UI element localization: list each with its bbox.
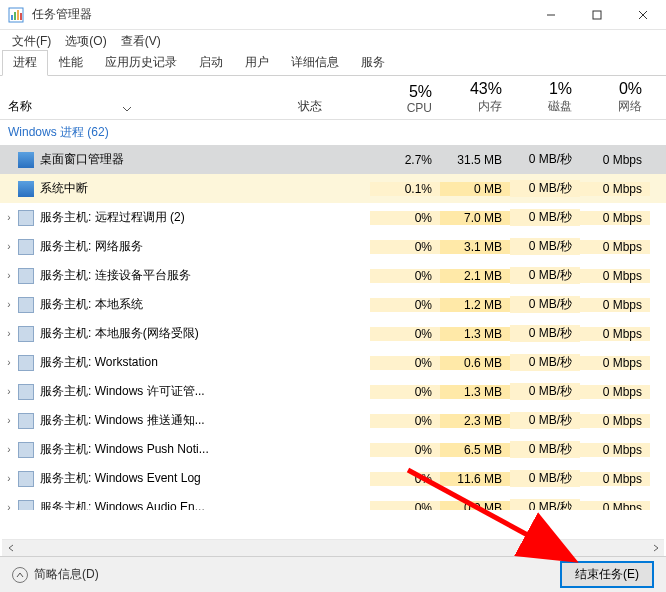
process-disk: 0 MB/秒 (510, 383, 580, 400)
window-title: 任务管理器 (32, 6, 528, 23)
process-icon (18, 181, 34, 197)
process-cpu: 0% (370, 443, 440, 457)
process-row[interactable]: ›服务主机: 连接设备平台服务0%2.1 MB0 MB/秒0 Mbps (0, 261, 666, 290)
sort-indicator-icon (122, 101, 132, 115)
disk-label: 磁盘 (518, 98, 572, 115)
memory-total: 43% (448, 80, 502, 98)
process-disk: 0 MB/秒 (510, 151, 580, 168)
process-memory: 1.3 MB (440, 385, 510, 399)
process-row[interactable]: 系统中断0.1%0 MB0 MB/秒0 Mbps (0, 174, 666, 203)
column-name-label: 名称 (8, 98, 32, 115)
column-status[interactable]: 状态 (290, 94, 370, 119)
process-memory: 2.1 MB (440, 269, 510, 283)
process-name: 服务主机: Windows 许可证管... (40, 383, 290, 400)
tab-startup[interactable]: 启动 (188, 50, 234, 75)
expand-toggle[interactable]: › (0, 386, 18, 397)
process-disk: 0 MB/秒 (510, 209, 580, 226)
scroll-track[interactable] (19, 540, 647, 557)
expand-toggle[interactable]: › (0, 502, 18, 510)
column-memory[interactable]: 43% 内存 (440, 76, 510, 119)
process-memory: 11.6 MB (440, 472, 510, 486)
process-memory: 2.3 MB (440, 414, 510, 428)
column-cpu[interactable]: 5% CPU (370, 79, 440, 119)
footer: 简略信息(D) 结束任务(E) (0, 556, 666, 592)
cpu-total: 5% (378, 83, 432, 101)
chevron-up-icon (12, 567, 28, 583)
process-row[interactable]: ›服务主机: 本地服务(网络受限)0%1.3 MB0 MB/秒0 Mbps (0, 319, 666, 348)
titlebar: 任务管理器 (0, 0, 666, 30)
process-row[interactable]: ›服务主机: Windows 推送通知...0%2.3 MB0 MB/秒0 Mb… (0, 406, 666, 435)
horizontal-scrollbar[interactable] (2, 539, 664, 556)
process-memory: 6.5 MB (440, 443, 510, 457)
process-name: 服务主机: Workstation (40, 354, 290, 371)
column-disk[interactable]: 1% 磁盘 (510, 76, 580, 119)
close-icon (638, 10, 648, 20)
process-network: 0 Mbps (580, 240, 650, 254)
process-row[interactable]: ›服务主机: 远程过程调用 (2)0%7.0 MB0 MB/秒0 Mbps (0, 203, 666, 232)
process-row[interactable]: ›服务主机: Windows Event Log0%11.6 MB0 MB/秒0… (0, 464, 666, 493)
process-row[interactable]: ›服务主机: 网络服务0%3.1 MB0 MB/秒0 Mbps (0, 232, 666, 261)
tab-app-history[interactable]: 应用历史记录 (94, 50, 188, 75)
tab-services[interactable]: 服务 (350, 50, 396, 75)
process-memory: 0.6 MB (440, 356, 510, 370)
menu-view[interactable]: 查看(V) (115, 31, 167, 52)
process-name: 服务主机: Windows Push Noti... (40, 441, 290, 458)
gear-icon (18, 413, 34, 429)
tab-processes[interactable]: 进程 (2, 50, 48, 76)
expand-toggle[interactable]: › (0, 357, 18, 368)
menubar: 文件(F) 选项(O) 查看(V) (0, 30, 666, 52)
gear-icon (18, 239, 34, 255)
process-memory: 0.9 MB (440, 501, 510, 511)
gear-icon (18, 355, 34, 371)
column-name[interactable]: 名称 (0, 94, 290, 119)
expand-toggle[interactable]: › (0, 473, 18, 484)
menu-options[interactable]: 选项(O) (59, 31, 112, 52)
fewer-details-label: 简略信息(D) (34, 566, 99, 583)
process-network: 0 Mbps (580, 385, 650, 399)
process-network: 0 Mbps (580, 356, 650, 370)
tab-users[interactable]: 用户 (234, 50, 280, 75)
process-name: 服务主机: 本地服务(网络受限) (40, 325, 290, 342)
process-memory: 1.2 MB (440, 298, 510, 312)
process-cpu: 0% (370, 472, 440, 486)
process-row[interactable]: ›服务主机: Windows 许可证管...0%1.3 MB0 MB/秒0 Mb… (0, 377, 666, 406)
menu-file[interactable]: 文件(F) (6, 31, 57, 52)
expand-toggle[interactable]: › (0, 444, 18, 455)
column-network[interactable]: 0% 网络 (580, 76, 650, 119)
process-list[interactable]: Windows 进程 (62) 桌面窗口管理器2.7%31.5 MB0 MB/秒… (0, 120, 666, 510)
process-cpu: 0% (370, 414, 440, 428)
tab-details[interactable]: 详细信息 (280, 50, 350, 75)
network-label: 网络 (588, 98, 642, 115)
gear-icon (18, 210, 34, 226)
process-network: 0 Mbps (580, 153, 650, 167)
process-memory: 7.0 MB (440, 211, 510, 225)
gear-icon (18, 442, 34, 458)
fewer-details-button[interactable]: 简略信息(D) (12, 566, 99, 583)
process-row[interactable]: ›服务主机: Workstation0%0.6 MB0 MB/秒0 Mbps (0, 348, 666, 377)
expand-toggle[interactable]: › (0, 299, 18, 310)
process-row[interactable]: ›服务主机: Windows Audio En...0%0.9 MB0 MB/秒… (0, 493, 666, 510)
expand-toggle[interactable]: › (0, 415, 18, 426)
minimize-icon (546, 10, 556, 20)
minimize-button[interactable] (528, 0, 574, 30)
process-row[interactable]: ›服务主机: 本地系统0%1.2 MB0 MB/秒0 Mbps (0, 290, 666, 319)
process-row[interactable]: 桌面窗口管理器2.7%31.5 MB0 MB/秒0 Mbps (0, 145, 666, 174)
process-disk: 0 MB/秒 (510, 412, 580, 429)
close-button[interactable] (620, 0, 666, 30)
process-name: 服务主机: Windows 推送通知... (40, 412, 290, 429)
tabstrip: 进程 性能 应用历史记录 启动 用户 详细信息 服务 (0, 52, 666, 76)
end-task-button[interactable]: 结束任务(E) (560, 561, 654, 588)
expand-toggle[interactable]: › (0, 328, 18, 339)
expand-toggle[interactable]: › (0, 270, 18, 281)
expand-toggle[interactable]: › (0, 212, 18, 223)
window-controls (528, 0, 666, 30)
scroll-left-icon[interactable] (2, 540, 19, 557)
tab-performance[interactable]: 性能 (48, 50, 94, 75)
process-row[interactable]: ›服务主机: Windows Push Noti...0%6.5 MB0 MB/… (0, 435, 666, 464)
scroll-right-icon[interactable] (647, 540, 664, 557)
process-disk: 0 MB/秒 (510, 180, 580, 197)
expand-toggle[interactable]: › (0, 241, 18, 252)
gear-icon (18, 384, 34, 400)
maximize-button[interactable] (574, 0, 620, 30)
process-disk: 0 MB/秒 (510, 441, 580, 458)
